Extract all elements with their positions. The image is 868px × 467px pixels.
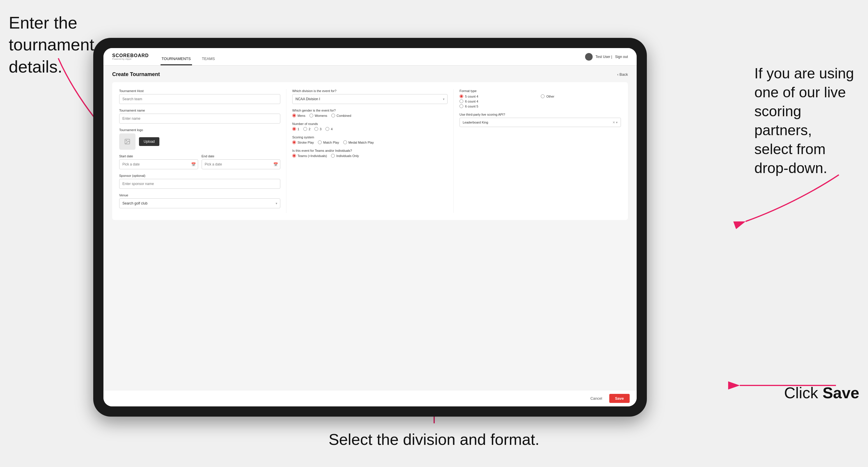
logo-area: SCOREBOARD Powered by clippd [112, 53, 149, 60]
rounds-option-4[interactable]: 4 [326, 127, 333, 131]
rounds-radio-1[interactable] [292, 127, 296, 131]
scoring-radio-match[interactable] [318, 141, 322, 144]
logo-title: SCOREBOARD [112, 53, 149, 58]
sponsor-input[interactable] [119, 179, 280, 189]
page-header: Create Tournament Back [112, 71, 628, 77]
cancel-button[interactable]: Cancel [586, 394, 606, 403]
logo-label: Tournament logo [119, 128, 280, 132]
rounds-label-1: 1 [298, 127, 299, 131]
scoring-option-medal[interactable]: Medal Match Play [343, 141, 374, 144]
format-radio-5count4[interactable] [460, 94, 463, 98]
format-option-other[interactable]: Other [541, 94, 621, 98]
end-date-label: End date [202, 154, 281, 158]
start-date-wrapper: 📅 [119, 159, 198, 169]
app-header: SCOREBOARD Powered by clippd TOURNAMENTS… [103, 48, 637, 66]
live-scoring-tag[interactable]: Leaderboard King ✕ ▾ [460, 118, 621, 127]
venue-group: Venue Search golf club [119, 193, 280, 208]
header-right: Test User | Sign out [585, 53, 628, 61]
teams-option-teams[interactable]: Teams (+Individuals) [292, 154, 327, 158]
gender-label-womens: Womens [315, 114, 327, 117]
division-select[interactable]: NCAA Division I [292, 94, 447, 104]
format-radio-6count4[interactable] [460, 99, 463, 103]
format-type-label: Format type [460, 89, 621, 93]
venue-select[interactable]: Search golf club [119, 198, 280, 208]
host-label: Tournament Host [119, 89, 280, 93]
teams-label: Is this event for Teams and/or Individua… [292, 149, 447, 152]
gender-option-womens[interactable]: Womens [309, 114, 327, 117]
end-date-input[interactable] [202, 159, 281, 169]
format-radio-6count5[interactable] [460, 104, 463, 108]
rounds-label-4: 4 [331, 127, 333, 131]
gender-label: Which gender is the event for? [292, 109, 447, 112]
gender-label-mens: Mens [298, 114, 305, 117]
format-option-5count4[interactable]: 5 count 4 [460, 94, 539, 98]
rounds-option-1[interactable]: 1 [292, 127, 299, 131]
rounds-radio-4[interactable] [326, 127, 329, 131]
form-container: Tournament Host Tournament name Tourname… [112, 82, 628, 220]
tournament-host-group: Tournament Host [119, 89, 280, 104]
sponsor-group: Sponsor (optional) [119, 174, 280, 189]
name-label: Tournament name [119, 109, 280, 112]
gender-label-combined: Combined [337, 114, 351, 117]
rounds-option-2[interactable]: 2 [303, 127, 310, 131]
division-select-wrapper: NCAA Division I [292, 94, 447, 104]
teams-label-individuals: Individuals Only [336, 154, 359, 158]
annotation-topleft: Enter thetournamentdetails. [9, 12, 94, 77]
tournament-name-group: Tournament name [119, 109, 280, 124]
date-group: Start date 📅 End date 📅 [119, 154, 280, 169]
format-option-6count4[interactable]: 6 count 4 [460, 99, 539, 103]
sign-out-link[interactable]: Sign out [615, 55, 628, 59]
format-radio-other[interactable] [541, 94, 545, 98]
live-scoring-close[interactable]: ✕ ▾ [613, 121, 618, 124]
logo-upload-area: Upload [119, 133, 280, 150]
scoring-label-match: Match Play [323, 141, 339, 144]
tab-tournaments[interactable]: TOURNAMENTS [160, 57, 192, 65]
live-scoring-value: Leaderboard King [463, 121, 488, 124]
form-column-1: Tournament Host Tournament name Tourname… [119, 89, 286, 213]
gender-radio-group: Mens Womens Combined [292, 114, 447, 117]
gender-radio-womens[interactable] [309, 114, 313, 117]
format-type-group: Format type 5 count 4 Other [460, 89, 621, 108]
logo-placeholder [119, 133, 135, 150]
live-scoring-label: Use third-party live scoring API? [460, 113, 621, 116]
date-row: Start date 📅 End date 📅 [119, 154, 280, 169]
annotation-bottomcenter: Select the division and format. [329, 429, 539, 449]
tablet-frame: SCOREBOARD Powered by clippd TOURNAMENTS… [93, 38, 647, 416]
gender-radio-mens[interactable] [292, 114, 296, 117]
scoring-label-stroke: Stroke Play [298, 141, 314, 144]
scoring-option-match[interactable]: Match Play [318, 141, 339, 144]
tablet-screen: SCOREBOARD Powered by clippd TOURNAMENTS… [103, 48, 637, 406]
gender-option-combined[interactable]: Combined [331, 114, 351, 117]
scoring-radio-medal[interactable] [343, 141, 347, 144]
venue-select-wrapper: Search golf club [119, 198, 280, 208]
rounds-option-3[interactable]: 3 [314, 127, 321, 131]
rounds-radio-2[interactable] [303, 127, 307, 131]
gender-option-mens[interactable]: Mens [292, 114, 305, 117]
format-option-6count5[interactable]: 6 count 5 [460, 104, 539, 108]
scoring-option-stroke[interactable]: Stroke Play [292, 141, 314, 144]
host-input[interactable] [119, 94, 280, 104]
annotation-topright: If you are usingone of our livescoring p… [754, 64, 859, 178]
scoring-label-medal: Medal Match Play [348, 141, 374, 144]
tab-teams[interactable]: TEAMS [201, 57, 216, 65]
logo-subtitle: Powered by clippd [112, 58, 149, 60]
start-date-input[interactable] [119, 159, 198, 169]
form-column-2: Which division is the event for? NCAA Di… [286, 89, 454, 213]
upload-button[interactable]: Upload [139, 137, 159, 146]
rounds-radio-group: 1 2 3 4 [292, 127, 447, 131]
end-date-group: End date 📅 [202, 154, 281, 169]
teams-radio-individuals[interactable] [331, 154, 335, 158]
rounds-radio-3[interactable] [314, 127, 318, 131]
tournament-logo-group: Tournament logo Upload [119, 128, 280, 150]
save-button[interactable]: Save [609, 394, 630, 403]
scoring-group: Scoring system Stroke Play Match Play [292, 135, 447, 144]
teams-option-individuals[interactable]: Individuals Only [331, 154, 359, 158]
end-date-wrapper: 📅 [202, 159, 281, 169]
sponsor-label: Sponsor (optional) [119, 174, 280, 178]
gender-radio-combined[interactable] [331, 114, 335, 117]
name-input[interactable] [119, 114, 280, 124]
teams-radio-teams[interactable] [292, 154, 296, 158]
format-label-5count4: 5 count 4 [465, 95, 478, 98]
back-link[interactable]: Back [617, 72, 628, 76]
scoring-radio-stroke[interactable] [292, 141, 296, 144]
